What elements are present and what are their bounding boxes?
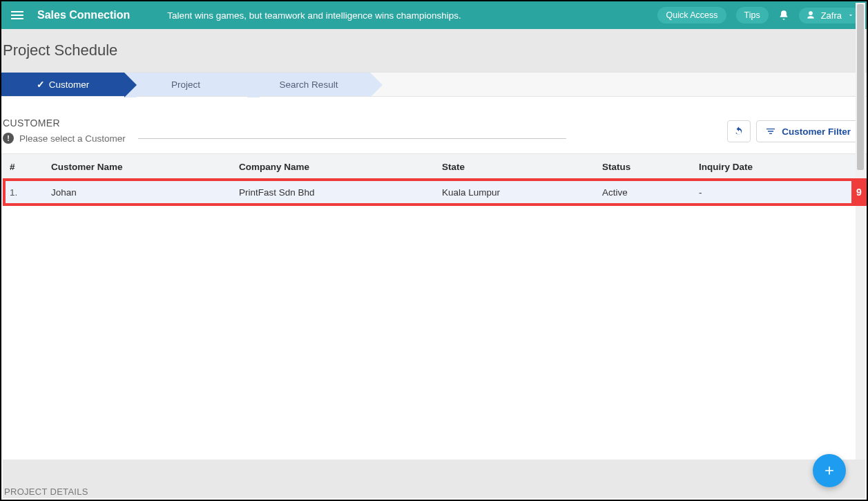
col-index: #: [1, 162, 51, 172]
page-title: Project Schedule: [1, 41, 867, 59]
scrollbar[interactable]: [856, 3, 865, 498]
add-fab-button[interactable]: [813, 454, 846, 487]
customer-section-header: CUSTOMER ! Please select a Customer Cust…: [1, 97, 867, 144]
topbar: Sales Connection Talent wins games, but …: [1, 1, 867, 29]
filter-icon: [765, 126, 776, 137]
customer-search-input[interactable]: [138, 138, 566, 139]
cell-index: 1.: [1, 187, 51, 198]
step-label: Project: [171, 79, 200, 90]
project-details-label: PROJECT DETAILS: [4, 486, 88, 497]
col-customer-name: Customer Name: [51, 162, 239, 172]
cell-company-name: PrintFast Sdn Bhd: [239, 187, 442, 198]
col-inquiry-date: Inquiry Date: [699, 162, 867, 172]
cell-status: Active: [602, 187, 699, 198]
user-menu[interactable]: Zafra: [799, 8, 861, 23]
filter-button-label: Customer Filter: [782, 126, 851, 137]
section-title: CUSTOMER: [1, 117, 566, 129]
user-icon: [806, 10, 816, 20]
table-row[interactable]: 1. Johan PrintFast Sdn Bhd Kuala Lumpur …: [1, 180, 867, 205]
page-title-area: Project Schedule: [1, 29, 867, 72]
wizard-steps: ✓ Customer Project Search Result: [1, 72, 867, 97]
refresh-button[interactable]: [727, 120, 751, 142]
hamburger-menu-icon[interactable]: [7, 7, 28, 23]
footer-strip: PROJECT DETAILS: [3, 460, 865, 498]
step-label: Customer: [49, 79, 90, 90]
customer-table: # Customer Name Company Name State Statu…: [1, 153, 867, 205]
check-icon: ✓: [37, 79, 45, 90]
cell-inquiry-date: -: [699, 187, 867, 198]
col-state: State: [442, 162, 602, 172]
cell-customer-name: Johan: [51, 187, 239, 198]
step-project[interactable]: Project: [124, 73, 247, 96]
plus-icon: [822, 464, 836, 478]
annotation-badge: 9: [851, 178, 867, 206]
step-label: Search Result: [280, 79, 338, 90]
table-header-row: # Customer Name Company Name State Statu…: [1, 153, 867, 180]
cell-state: Kuala Lumpur: [442, 187, 602, 198]
step-customer[interactable]: ✓ Customer: [1, 73, 124, 96]
scrollbar-thumb[interactable]: [857, 4, 864, 170]
col-status: Status: [602, 162, 699, 172]
col-company-name: Company Name: [239, 162, 442, 172]
customer-filter-button[interactable]: Customer Filter: [756, 120, 860, 142]
step-search-result[interactable]: Search Result: [247, 73, 370, 96]
refresh-icon: [733, 126, 744, 137]
user-name: Zafra: [821, 10, 842, 21]
info-icon: !: [3, 133, 14, 144]
chevron-down-icon: [847, 12, 854, 19]
quick-access-button[interactable]: Quick Access: [657, 7, 726, 23]
notification-bell-icon[interactable]: [778, 10, 789, 21]
tagline-text: Talent wins games, but teamwork and inte…: [167, 10, 461, 21]
brand-title: Sales Connection: [37, 9, 130, 21]
tips-button[interactable]: Tips: [736, 7, 769, 23]
section-instruction: Please select a Customer: [19, 133, 126, 144]
